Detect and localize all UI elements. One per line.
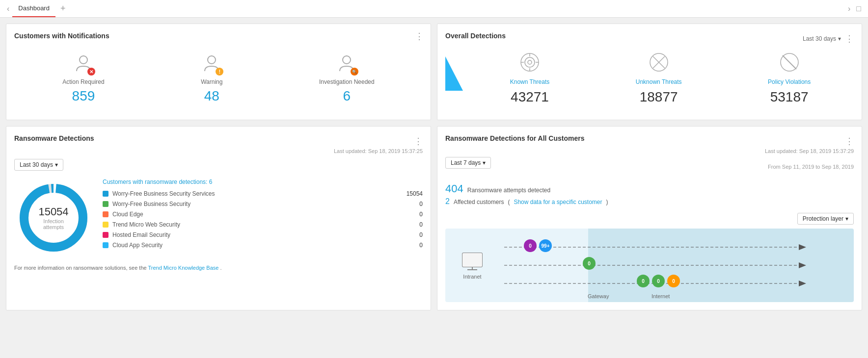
legend-value: 0 xyxy=(419,231,423,238)
bubble-0-green-3b: 0 xyxy=(652,275,665,287)
notif-investigation-label: Investigation Needed xyxy=(319,78,375,85)
customers-notifications-title: Customers with Notifications xyxy=(14,32,423,40)
notif-warning-icon-wrap: ! xyxy=(202,53,221,75)
bubble-0-orange-3: 0 xyxy=(667,275,680,287)
notif-action-count[interactable]: 859 xyxy=(62,88,104,104)
known-threats-count: 43271 xyxy=(510,89,550,105)
rr-time-filter-chevron: ▾ xyxy=(483,159,486,166)
monitor-icon xyxy=(461,251,484,272)
legend-label: Worry-Free Business Security xyxy=(112,201,190,207)
ransomware-all-customers-card: Ransomware Detections for All Customers … xyxy=(437,126,862,310)
tab-dashboard-label: Dashboard xyxy=(18,4,50,12)
protection-layer-btn[interactable]: Protection layer ▾ xyxy=(797,213,854,225)
legend-header: Customers with ransomware detections: 6 xyxy=(103,179,423,185)
known-threats-label[interactable]: Known Threats xyxy=(510,78,550,85)
ransomware-time-filter-btn[interactable]: Last 30 days ▾ xyxy=(14,159,63,171)
ransomware-time-filter-label: Last 30 days xyxy=(20,161,53,168)
notif-investigation-count[interactable]: 6 xyxy=(319,88,375,104)
svg-point-0 xyxy=(80,56,87,64)
detection-items: Known Threats 43271 Unknown Threats 1887… xyxy=(467,51,854,105)
legend-left: Cloud App Security xyxy=(103,242,163,249)
bubble-99-blue: 99+ xyxy=(539,239,552,252)
legend-dot xyxy=(103,191,108,197)
tab-prev-button[interactable]: ‹ xyxy=(4,4,12,13)
ransomware-content: 15054 Infection attempts Customers with … xyxy=(14,179,423,257)
badge-investigation: 🔍 xyxy=(351,68,358,76)
legend-left: Worry-Free Business Security Services xyxy=(103,190,215,197)
legend-label: Cloud App Security xyxy=(112,242,163,249)
notif-warning-label: Warning xyxy=(201,78,222,85)
legend-value: 15054 xyxy=(407,190,423,197)
legend-dot xyxy=(103,222,108,228)
overall-detections-title: Overall Detections xyxy=(445,32,506,40)
legend-customer-count[interactable]: 6 xyxy=(209,179,213,185)
ransomware-all-title: Ransomware Detections for All Customers xyxy=(445,134,584,142)
notif-investigation: 🔍 Investigation Needed 6 xyxy=(319,53,375,104)
nd-internet: Internet xyxy=(651,291,670,299)
notif-warning-count[interactable]: 48 xyxy=(201,88,222,104)
overall-detections-menu[interactable]: ⋮ xyxy=(845,33,854,44)
ransomware-footer-end: . xyxy=(220,265,221,271)
tab-add-button[interactable]: + xyxy=(57,3,69,14)
badge-action-required: ✕ xyxy=(87,68,95,76)
dashboard: Customers with Notifications ⋮ ✕ Action … xyxy=(0,18,868,316)
svg-point-4 xyxy=(525,57,535,67)
legend-value: 0 xyxy=(419,242,423,249)
unknown-threats-label[interactable]: Unknown Threats xyxy=(636,78,682,85)
ransomware-title: Ransomware Detections xyxy=(14,134,94,142)
bubble-row-3: 0 0 0 xyxy=(637,275,680,287)
legend-left: Trend Micro Web Security xyxy=(103,221,180,228)
legend-label: Hosted Email Security xyxy=(112,231,170,238)
policy-violations-count: 53187 xyxy=(768,89,811,105)
rr-attempts-count: 404 xyxy=(445,182,463,195)
detections-time-filter-label: Last 30 days xyxy=(803,35,836,42)
rr-attempts-row: 404 Ransomware attempts detected xyxy=(445,182,854,195)
bubble-0-purple: 0 xyxy=(524,239,537,252)
svg-line-14 xyxy=(783,55,796,69)
rr-show-data-link[interactable]: Show data for a specific customer xyxy=(514,199,602,205)
legend-item: Cloud Edge 0 xyxy=(103,211,423,218)
known-threats-icon xyxy=(510,51,550,75)
ransomware-footer-link[interactable]: Trend Micro Knowledge Base xyxy=(148,265,218,271)
ransomware-all-menu[interactable]: ⋮ xyxy=(845,136,854,147)
ransomware-time-filter-chevron: ▾ xyxy=(55,161,58,168)
detections-grid: Known Threats 43271 Unknown Threats 1887… xyxy=(445,51,854,105)
notif-investigation-icon-wrap: 🔍 xyxy=(337,53,356,75)
svg-marker-23 xyxy=(799,244,806,250)
detections-time-filter-chevron: ▾ xyxy=(838,35,841,42)
nd-gateway-label: Gateway xyxy=(588,293,609,299)
legend-item: Hosted Email Security 0 xyxy=(103,231,423,238)
tab-next-button[interactable]: › xyxy=(845,4,853,13)
nd-gateway: Gateway xyxy=(588,291,609,299)
unknown-threats-count: 18877 xyxy=(636,89,682,105)
legend-dot xyxy=(103,201,108,207)
legend-item: Worry-Free Business Security 0 xyxy=(103,201,423,207)
svg-point-2 xyxy=(343,56,351,64)
donut-chart: 15054 Infection attempts xyxy=(14,179,93,257)
tab-dashboard[interactable]: Dashboard xyxy=(12,0,55,17)
notif-action-required: ✕ Action Required 859 xyxy=(62,53,104,104)
bubble-row-2: 0 xyxy=(583,257,596,270)
ransomware-menu[interactable]: ⋮ xyxy=(414,136,423,147)
badge-warning: ! xyxy=(216,68,223,76)
policy-violations-label[interactable]: Policy Violations xyxy=(768,78,811,85)
rr-attempts-label: Ransomware attempts detected xyxy=(467,187,550,194)
rr-affected-parens-open: ( xyxy=(508,199,510,205)
legend-item: Trend Micro Web Security 0 xyxy=(103,221,423,228)
network-diagram: Intranet 0 99+ 0 xyxy=(445,229,854,302)
rr-last-updated-text: Last updated: Sep 18, 2019 15:37:29 xyxy=(765,148,854,154)
customers-notifications-menu[interactable]: ⋮ xyxy=(415,31,424,42)
ransomware-footer-text: For more information on ransomware solut… xyxy=(14,265,148,271)
rr-time-filter-btn[interactable]: Last 7 days ▾ xyxy=(445,157,491,169)
detection-policy-violations: Policy Violations 53187 xyxy=(768,51,811,105)
nd-internet-label: Internet xyxy=(651,293,670,299)
protection-layer-chevron: ▾ xyxy=(845,215,848,222)
ransomware-last-updated: Last updated: Sep 18, 2019 15:37:25 xyxy=(14,148,423,154)
bubble-0-green-3a: 0 xyxy=(637,275,650,287)
tab-maximize-button[interactable]: □ xyxy=(853,4,864,13)
legend-dot xyxy=(103,242,108,248)
rr-last-updated: Last updated: Sep 18, 2019 15:37:29 xyxy=(445,148,854,154)
legend-left: Cloud Edge xyxy=(103,211,143,218)
overall-detections-card: Overall Detections Last 30 days ▾ ⋮ xyxy=(437,24,862,120)
detections-time-filter[interactable]: Last 30 days ▾ xyxy=(803,35,841,42)
